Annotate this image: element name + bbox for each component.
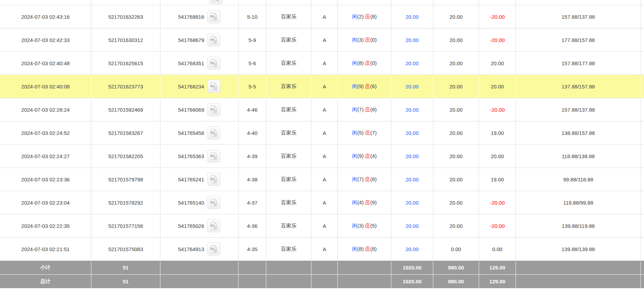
cell-game-result xyxy=(338,0,391,5)
table-row: 2024-07-03 02:42:33521701630312541768679… xyxy=(0,28,644,52)
player-score: (3) xyxy=(357,37,365,43)
game-id-text: 541765458 xyxy=(178,130,204,136)
cell-bet-time xyxy=(0,0,91,5)
cell-win-loss: -20.00 xyxy=(479,5,516,28)
cell-bet-time: 总计 xyxy=(0,275,91,289)
balance-text: 157.88/137.88 xyxy=(562,107,595,113)
banker-score: (9) xyxy=(370,199,377,205)
cell-game-id xyxy=(160,0,239,5)
win-loss-text: -20.00 xyxy=(490,14,505,20)
banker-label: 庄 xyxy=(365,246,370,252)
cell-cutoff xyxy=(641,121,644,145)
video-replay-icon[interactable] xyxy=(207,149,220,163)
cell-game-type: 百家乐 xyxy=(266,121,311,145)
cell-valid-amount: 20.00 xyxy=(433,52,479,75)
video-replay-icon[interactable] xyxy=(207,33,220,46)
bet-amount-text: 20.00 xyxy=(405,153,419,159)
game-type-text: 百家乐 xyxy=(281,130,296,136)
cell-game-result: 闲(5) 庄(7) xyxy=(338,121,391,145)
banker-score: (8) xyxy=(370,14,377,19)
player-label: 闲 xyxy=(352,246,357,252)
banker-label: 庄 xyxy=(365,37,370,43)
round-text: 5-5 xyxy=(249,84,256,89)
cell-round xyxy=(239,0,266,5)
cell-bet-amount: 20.00 xyxy=(391,145,433,168)
table-row: 2024-07-03 02:23:04521701578292541765140… xyxy=(0,191,644,214)
player-label: 闲 xyxy=(352,14,357,19)
cell-game-type: 百家乐 xyxy=(266,238,311,261)
banker-score: (0) xyxy=(370,37,377,43)
bet-id-text: 521701575083 xyxy=(108,246,143,252)
cell-table-code: A xyxy=(311,191,338,214)
cell-win-loss: -20.00 xyxy=(479,214,516,238)
cell-bet-id: 521701583267 xyxy=(91,121,160,145)
video-replay-icon[interactable] xyxy=(207,173,220,186)
video-replay-icon[interactable] xyxy=(207,57,220,70)
cell-game-type: 百家乐 xyxy=(266,28,311,52)
video-replay-icon[interactable] xyxy=(207,103,220,116)
game-id-text: 541765140 xyxy=(178,200,204,206)
video-replay-icon[interactable] xyxy=(207,242,220,256)
game-id-text: 541765363 xyxy=(178,153,204,159)
valid-amount-text: 20.00 xyxy=(450,200,463,206)
game-type-text: 百家乐 xyxy=(281,14,296,19)
cell-game-id: 541768816 xyxy=(160,5,239,28)
banker-score: (5) xyxy=(370,223,377,229)
balance-text: 177.88/157.88 xyxy=(562,37,595,43)
cell-balance: 137.88/157.88 xyxy=(516,75,641,98)
balance-text: 139.88/119.88 xyxy=(562,223,595,229)
cell-balance: 157.88/137.88 xyxy=(516,98,641,121)
cell-balance: 118.88/138.88 xyxy=(516,145,641,168)
balance-text: 118.88/138.88 xyxy=(562,153,595,159)
cell-table-code: A xyxy=(311,52,338,75)
cell-bet-amount: 20.00 xyxy=(391,98,433,121)
bet-id-text: 521701578292 xyxy=(108,200,143,206)
bet-time-text: 2024-07-03 02:28:24 xyxy=(21,107,69,113)
bet-id-text: 521701632263 xyxy=(108,14,143,20)
cell-round: 4-46 xyxy=(239,98,266,121)
bet-history-table: 2024-07-03 02:43:16521701632263541768816… xyxy=(0,0,644,289)
video-replay-icon[interactable] xyxy=(209,0,223,4)
cell-win-loss: 20.00 xyxy=(479,75,516,98)
cell-table-code xyxy=(311,275,338,289)
bet-amount-text: 20.00 xyxy=(405,84,419,89)
cell-cutoff xyxy=(641,275,644,289)
valid-amount-text: 20.00 xyxy=(450,153,463,159)
cell-bet-id: 521701592469 xyxy=(91,98,160,121)
player-score: (4) xyxy=(357,199,365,205)
cell-cutoff xyxy=(641,168,644,191)
video-replay-icon[interactable] xyxy=(207,10,220,23)
banker-score: (8) xyxy=(370,106,377,112)
game-id-text: 541768816 xyxy=(178,14,204,20)
valid-amount-text: 20.00 xyxy=(450,107,463,113)
table-code-text: A xyxy=(323,177,326,182)
video-replay-icon[interactable] xyxy=(207,219,220,232)
cell-balance xyxy=(516,0,641,5)
cell-bet-id: 521701625615 xyxy=(91,52,160,75)
banker-score: (8) xyxy=(370,176,377,182)
round-text: 5-6 xyxy=(249,60,256,66)
cell-balance: 177.88/157.88 xyxy=(516,28,641,52)
row-count-text: 51 xyxy=(123,278,129,284)
cell-game-type: 百家乐 xyxy=(266,98,311,121)
table-code-text: A xyxy=(323,153,326,159)
cell-round: 4-37 xyxy=(239,191,266,214)
bet-id-text: 521701577156 xyxy=(108,223,143,229)
cell-bet-time: 2024-07-03 02:28:24 xyxy=(0,98,91,121)
win-loss-text: -20.00 xyxy=(490,37,505,43)
cell-cutoff xyxy=(641,238,644,261)
table-code-text: A xyxy=(323,130,326,136)
video-replay-icon[interactable] xyxy=(207,126,220,139)
bet-time-text: 2024-07-03 02:24:52 xyxy=(21,130,69,136)
table-row-highlighted: 2024-07-03 02:40:08521701623773541768234… xyxy=(0,75,644,98)
cell-valid-amount: 20.00 xyxy=(433,191,479,214)
video-replay-icon[interactable] xyxy=(207,196,220,209)
win-loss-text: -20.00 xyxy=(490,200,505,206)
valid-amount-text: 20.00 xyxy=(450,177,463,182)
cell-game-result: 闲(8) 庄(0) xyxy=(338,52,391,75)
cell-game-id: 541765363 xyxy=(160,145,239,168)
valid-sum-text: 980.00 xyxy=(448,278,464,284)
video-replay-icon[interactable] xyxy=(207,80,220,93)
cell-game-result: 闲(7) 庄(8) xyxy=(338,98,391,121)
table-code-text: A xyxy=(323,107,326,113)
